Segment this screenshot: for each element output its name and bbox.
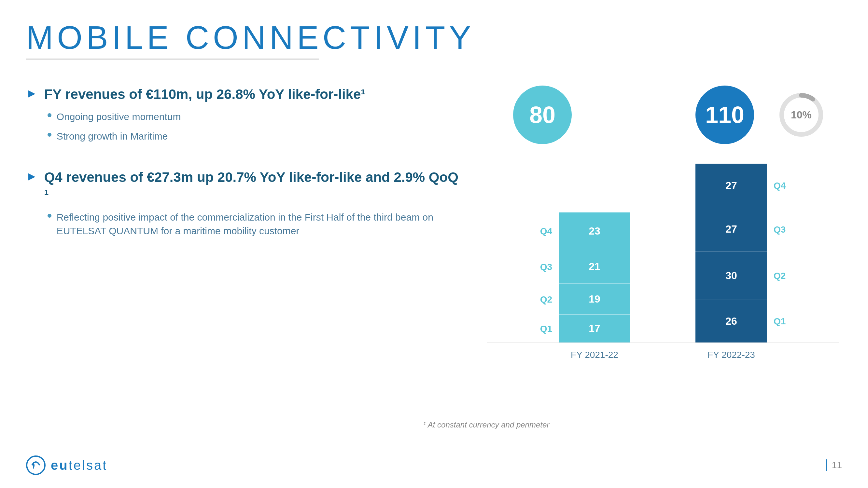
title-underline	[26, 59, 319, 60]
eutelsat-icon	[26, 455, 45, 475]
dot-icon	[48, 214, 52, 218]
bar-group-fy1: Q1 Q2 Q3 Q4 17 19 21 23	[540, 213, 630, 343]
bullet-text-2: Q4 revenues of €27.3m up 20.7% YoY like-…	[44, 168, 464, 244]
bullet-heading-2: Q4 revenues of €27.3m up 20.7% YoY like-…	[44, 168, 464, 204]
page-number-section: 11	[826, 459, 842, 471]
bar-segment-fy1-q3: 21	[559, 250, 630, 284]
donut-label: 10%	[791, 109, 812, 121]
q1-label-right: Q1	[774, 300, 786, 343]
chart-footer-labels: FY 2021-22 FY 2022-23	[484, 350, 842, 360]
bullet-item-1: ► FY revenues of €110m, up 26.8% YoY lik…	[26, 86, 464, 149]
page-divider	[826, 459, 827, 471]
right-panel: 80 110 10%	[484, 79, 842, 391]
bar-segment-fy2-q3: 27	[695, 207, 767, 252]
sub-bullet-1-1: Ongoing positive momentum	[48, 110, 366, 124]
bar-stack-fy1: 17 19 21 23	[559, 213, 630, 343]
bars-container: Q1 Q2 Q3 Q4 17 19 21 23	[484, 148, 842, 343]
circle-110: 110	[695, 86, 754, 144]
bar-segment-fy1-q4: 23	[559, 213, 630, 250]
bar-segment-fy1-q1: 17	[559, 315, 630, 343]
donut-container: 10%	[777, 91, 826, 139]
dot-icon	[48, 113, 52, 117]
q3-label-left: Q3	[540, 250, 552, 284]
bar-segment-fy2-q1: 26	[695, 300, 767, 343]
arrow-icon-2: ►	[26, 170, 38, 182]
bar-group-fy2: 26 30 27 27 Q1 Q2 Q3 Q4	[695, 164, 786, 343]
q4-label-right: Q4	[774, 164, 786, 207]
bar-stack-fy2: 26 30 27 27	[695, 164, 767, 343]
bullet-item-2: ► Q4 revenues of €27.3m up 20.7% YoY lik…	[26, 168, 464, 244]
left-panel: ► FY revenues of €110m, up 26.8% YoY lik…	[26, 79, 464, 391]
footnote: ¹ At constant currency and perimeter	[423, 420, 549, 429]
bar-segment-fy1-q2: 19	[559, 284, 630, 315]
eutelsat-text: eutelsat	[51, 458, 107, 473]
sub-bullets-1: Ongoing positive momentum Strong growth …	[44, 110, 366, 143]
footer: eutelsat 11	[26, 455, 842, 475]
svg-point-2	[27, 456, 45, 474]
bullet-text-1: FY revenues of €110m, up 26.8% YoY like-…	[44, 86, 366, 149]
q3-label-right: Q3	[774, 207, 786, 252]
page-number: 11	[832, 460, 842, 470]
title-section: MOBILE CONNECTIVITY	[26, 20, 842, 60]
bullet-heading-1: FY revenues of €110m, up 26.8% YoY like-…	[44, 86, 366, 103]
bar-segment-fy2-q4: 27	[695, 164, 767, 207]
sub-bullet-2-1: Reflecting positive impact of the commer…	[48, 210, 464, 238]
slide: MOBILE CONNECTIVITY ► FY revenues of €11…	[0, 0, 868, 488]
q2-label-left: Q2	[540, 284, 552, 315]
circle-80: 80	[513, 86, 572, 144]
eutelsat-eu: eu	[51, 458, 69, 473]
q4-label-left: Q4	[540, 213, 552, 250]
fy2-year-label: FY 2022-23	[695, 350, 767, 360]
arrow-icon-1: ►	[26, 88, 38, 99]
sub-bullets-2: Reflecting positive impact of the commer…	[44, 210, 464, 238]
eutelsat-logo: eutelsat	[26, 455, 107, 475]
bar-segment-fy2-q2: 30	[695, 252, 767, 300]
chart-wrapper: Q1 Q2 Q3 Q4 17 19 21 23	[484, 148, 842, 391]
q1-label-left: Q1	[540, 315, 552, 343]
q2-label-right: Q2	[774, 252, 786, 300]
dot-icon	[48, 133, 52, 137]
sub-bullet-1-2: Strong growth in Maritime	[48, 129, 366, 143]
axis-line	[487, 343, 839, 343]
page-title: MOBILE CONNECTIVITY	[26, 20, 842, 55]
eutelsat-rest: telsat	[69, 458, 108, 473]
main-content: ► FY revenues of €110m, up 26.8% YoY lik…	[26, 79, 842, 391]
fy1-year-label: FY 2021-22	[559, 350, 630, 360]
